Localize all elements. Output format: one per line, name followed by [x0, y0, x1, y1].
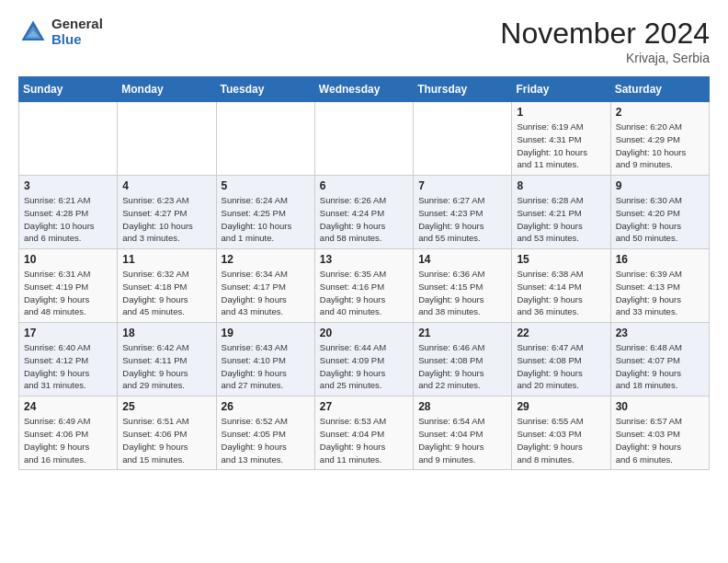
day-num-30: 30: [616, 400, 704, 413]
day-info-4: Sunrise: 6:23 AM Sunset: 4:27 PM Dayligh…: [122, 194, 210, 245]
cell-w3-d2: 19Sunrise: 6:43 AM Sunset: 4:10 PM Dayli…: [216, 323, 314, 396]
col-friday: Friday: [512, 77, 610, 102]
day-num-16: 16: [616, 253, 704, 266]
day-info-10: Sunrise: 6:31 AM Sunset: 4:19 PM Dayligh…: [24, 268, 112, 318]
day-num-27: 27: [320, 400, 408, 413]
day-info-9: Sunrise: 6:30 AM Sunset: 4:20 PM Dayligh…: [616, 194, 704, 245]
day-num-2: 2: [616, 106, 704, 119]
cell-w0-d2: [216, 102, 314, 176]
cell-w0-d5: 1Sunrise: 6:19 AM Sunset: 4:31 PM Daylig…: [512, 102, 610, 176]
col-thursday: Thursday: [414, 77, 512, 102]
week-row-3: 17Sunrise: 6:40 AM Sunset: 4:12 PM Dayli…: [19, 323, 710, 396]
header: General Blue November 2024 Krivaja, Serb…: [18, 17, 710, 65]
cell-w2-d6: 16Sunrise: 6:39 AM Sunset: 4:13 PM Dayli…: [610, 249, 709, 323]
cell-w3-d6: 23Sunrise: 6:48 AM Sunset: 4:07 PM Dayli…: [610, 323, 709, 396]
cell-w2-d0: 10Sunrise: 6:31 AM Sunset: 4:19 PM Dayli…: [19, 249, 118, 323]
day-info-18: Sunrise: 6:42 AM Sunset: 4:11 PM Dayligh…: [122, 341, 210, 392]
cell-w1-d2: 5Sunrise: 6:24 AM Sunset: 4:25 PM Daylig…: [216, 176, 314, 249]
logo-icon: [18, 17, 48, 47]
day-num-1: 1: [517, 106, 605, 119]
day-num-21: 21: [418, 327, 506, 339]
calendar-table: Sunday Monday Tuesday Wednesday Thursday…: [18, 76, 710, 470]
cell-w3-d0: 17Sunrise: 6:40 AM Sunset: 4:12 PM Dayli…: [19, 323, 118, 396]
cell-w3-d4: 21Sunrise: 6:46 AM Sunset: 4:08 PM Dayli…: [414, 323, 512, 396]
day-info-27: Sunrise: 6:53 AM Sunset: 4:04 PM Dayligh…: [320, 415, 408, 465]
logo-blue-text: Blue: [51, 32, 103, 48]
week-row-1: 3Sunrise: 6:21 AM Sunset: 4:28 PM Daylig…: [19, 176, 710, 249]
cell-w3-d3: 20Sunrise: 6:44 AM Sunset: 4:09 PM Dayli…: [314, 323, 413, 396]
col-wednesday: Wednesday: [314, 77, 413, 102]
title-block: November 2024 Krivaja, Serbia: [500, 17, 710, 65]
day-num-12: 12: [222, 253, 310, 266]
day-num-24: 24: [24, 400, 112, 413]
cell-w1-d0: 3Sunrise: 6:21 AM Sunset: 4:28 PM Daylig…: [19, 176, 118, 249]
cell-w1-d4: 7Sunrise: 6:27 AM Sunset: 4:23 PM Daylig…: [414, 176, 512, 249]
day-info-22: Sunrise: 6:47 AM Sunset: 4:08 PM Dayligh…: [517, 341, 605, 392]
day-num-14: 14: [418, 253, 506, 266]
day-num-28: 28: [418, 400, 506, 413]
day-num-25: 25: [122, 400, 210, 413]
cell-w2-d5: 15Sunrise: 6:38 AM Sunset: 4:14 PM Dayli…: [512, 249, 610, 323]
day-num-15: 15: [517, 253, 605, 266]
day-info-25: Sunrise: 6:51 AM Sunset: 4:06 PM Dayligh…: [122, 415, 210, 465]
day-info-20: Sunrise: 6:44 AM Sunset: 4:09 PM Dayligh…: [320, 341, 408, 392]
cell-w1-d1: 4Sunrise: 6:23 AM Sunset: 4:27 PM Daylig…: [118, 176, 216, 249]
week-row-2: 10Sunrise: 6:31 AM Sunset: 4:19 PM Dayli…: [19, 249, 710, 323]
day-num-13: 13: [320, 253, 408, 266]
cell-w1-d5: 8Sunrise: 6:28 AM Sunset: 4:21 PM Daylig…: [512, 176, 610, 249]
cell-w3-d5: 22Sunrise: 6:47 AM Sunset: 4:08 PM Dayli…: [512, 323, 610, 396]
day-num-4: 4: [122, 179, 210, 192]
col-saturday: Saturday: [610, 77, 709, 102]
day-num-20: 20: [320, 327, 408, 339]
day-num-8: 8: [517, 179, 605, 192]
cell-w2-d4: 14Sunrise: 6:36 AM Sunset: 4:15 PM Dayli…: [414, 249, 512, 323]
cell-w4-d0: 24Sunrise: 6:49 AM Sunset: 4:06 PM Dayli…: [19, 396, 118, 470]
day-num-22: 22: [517, 327, 605, 339]
cell-w0-d4: [414, 102, 512, 176]
cell-w0-d6: 2Sunrise: 6:20 AM Sunset: 4:29 PM Daylig…: [610, 102, 709, 176]
cell-w4-d5: 29Sunrise: 6:55 AM Sunset: 4:03 PM Dayli…: [512, 396, 610, 470]
day-num-5: 5: [222, 179, 310, 192]
day-num-7: 7: [418, 179, 506, 192]
day-info-21: Sunrise: 6:46 AM Sunset: 4:08 PM Dayligh…: [418, 341, 506, 392]
day-num-19: 19: [222, 327, 310, 339]
day-info-14: Sunrise: 6:36 AM Sunset: 4:15 PM Dayligh…: [418, 268, 506, 318]
cell-w2-d3: 13Sunrise: 6:35 AM Sunset: 4:16 PM Dayli…: [314, 249, 413, 323]
month-title: November 2024: [500, 17, 710, 51]
day-info-28: Sunrise: 6:54 AM Sunset: 4:04 PM Dayligh…: [418, 415, 506, 465]
cell-w2-d1: 11Sunrise: 6:32 AM Sunset: 4:18 PM Dayli…: [118, 249, 216, 323]
cell-w1-d6: 9Sunrise: 6:30 AM Sunset: 4:20 PM Daylig…: [610, 176, 709, 249]
day-num-9: 9: [616, 179, 704, 192]
cell-w4-d3: 27Sunrise: 6:53 AM Sunset: 4:04 PM Dayli…: [314, 396, 413, 470]
day-info-24: Sunrise: 6:49 AM Sunset: 4:06 PM Dayligh…: [24, 415, 112, 465]
col-sunday: Sunday: [19, 77, 118, 102]
cell-w4-d2: 26Sunrise: 6:52 AM Sunset: 4:05 PM Dayli…: [216, 396, 314, 470]
day-info-26: Sunrise: 6:52 AM Sunset: 4:05 PM Dayligh…: [222, 415, 310, 465]
cell-w4-d1: 25Sunrise: 6:51 AM Sunset: 4:06 PM Dayli…: [118, 396, 216, 470]
cell-w4-d4: 28Sunrise: 6:54 AM Sunset: 4:04 PM Dayli…: [414, 396, 512, 470]
day-info-1: Sunrise: 6:19 AM Sunset: 4:31 PM Dayligh…: [517, 121, 605, 171]
day-num-10: 10: [24, 253, 112, 266]
week-row-4: 24Sunrise: 6:49 AM Sunset: 4:06 PM Dayli…: [19, 396, 710, 470]
day-info-13: Sunrise: 6:35 AM Sunset: 4:16 PM Dayligh…: [320, 268, 408, 318]
day-num-23: 23: [616, 327, 704, 339]
week-row-0: 1Sunrise: 6:19 AM Sunset: 4:31 PM Daylig…: [19, 102, 710, 176]
day-num-18: 18: [122, 327, 210, 339]
day-info-19: Sunrise: 6:43 AM Sunset: 4:10 PM Dayligh…: [222, 341, 310, 392]
col-monday: Monday: [118, 77, 216, 102]
day-info-3: Sunrise: 6:21 AM Sunset: 4:28 PM Dayligh…: [24, 194, 112, 245]
calendar-body: 1Sunrise: 6:19 AM Sunset: 4:31 PM Daylig…: [19, 102, 710, 470]
day-info-16: Sunrise: 6:39 AM Sunset: 4:13 PM Dayligh…: [616, 268, 704, 318]
cell-w0-d1: [118, 102, 216, 176]
cell-w4-d6: 30Sunrise: 6:57 AM Sunset: 4:03 PM Dayli…: [610, 396, 709, 470]
calendar-header: Sunday Monday Tuesday Wednesday Thursday…: [19, 77, 710, 102]
location: Krivaja, Serbia: [500, 51, 710, 65]
logo-text: General Blue: [51, 17, 103, 47]
day-info-11: Sunrise: 6:32 AM Sunset: 4:18 PM Dayligh…: [122, 268, 210, 318]
cell-w0-d0: [19, 102, 118, 176]
page: General Blue November 2024 Krivaja, Serb…: [0, 0, 728, 479]
logo-general-text: General: [51, 17, 103, 32]
day-info-7: Sunrise: 6:27 AM Sunset: 4:23 PM Dayligh…: [418, 194, 506, 245]
day-info-8: Sunrise: 6:28 AM Sunset: 4:21 PM Dayligh…: [517, 194, 605, 245]
day-info-17: Sunrise: 6:40 AM Sunset: 4:12 PM Dayligh…: [24, 341, 112, 392]
